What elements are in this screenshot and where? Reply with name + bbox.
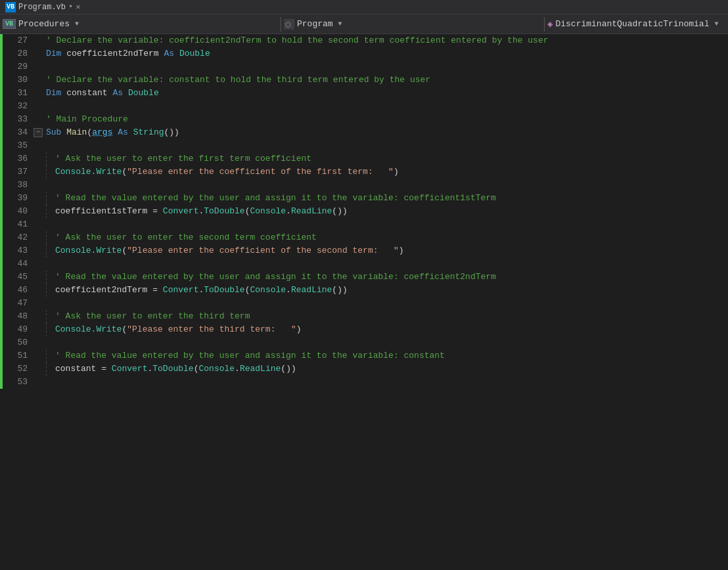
line-number: 28 (0, 47, 33, 60)
function-token: Main (66, 127, 87, 137)
indent-guide (46, 349, 55, 362)
code-content: constant = Convert.ToDouble(Console.Read… (43, 362, 728, 376)
indent-guide (46, 362, 55, 376)
gutter-indicator (0, 47, 3, 60)
method-token: ReadLine (291, 285, 332, 295)
procedures-label: Procedures (18, 19, 70, 29)
indent-guide (46, 152, 55, 165)
code-line: 38 (0, 179, 728, 192)
code-line: 28Dim coefficient2ndTerm As Double (0, 47, 728, 60)
line-number: 48 (0, 310, 33, 323)
comment-token: ' Read the value entered by the user and… (55, 351, 445, 361)
code-line: 34−Sub Main(args As String()) (0, 126, 728, 139)
plain-token: . (286, 285, 291, 295)
keyword-token: Dim (46, 49, 61, 58)
indent-guide (46, 323, 55, 336)
code-content: coefficient2ndTerm = Convert.ToDouble(Co… (43, 284, 728, 297)
line-number: 44 (0, 257, 33, 271)
whitespace-token (174, 49, 179, 58)
function-dropdown[interactable]: ◈ DiscriminantQuadraticTrinomial ▼ (545, 18, 728, 30)
line-number: 35 (0, 139, 33, 152)
function-label: DiscriminantQuadraticTrinomial (555, 19, 709, 29)
code-content: Dim coefficient2ndTerm As Double (43, 47, 728, 60)
gutter-indicator (0, 60, 3, 74)
function-arrow: ▼ (714, 20, 718, 28)
code-content: ' Read the value entered by the user and… (43, 271, 728, 284)
code-line: 32 (0, 100, 728, 113)
title-separator: • (68, 3, 73, 12)
line-number: 30 (0, 74, 33, 87)
line-number: 32 (0, 100, 33, 113)
type-token: String (133, 127, 164, 137)
code-line: 49Console.Write("Please enter the third … (0, 323, 728, 336)
line-number: 47 (0, 297, 33, 310)
procedures-dropdown[interactable]: VB Procedures ▼ (0, 19, 281, 29)
type-token: Double (128, 88, 159, 98)
code-line: 36' Ask the user to enter the first term… (0, 152, 728, 165)
comment-token: ' Read the value entered by the user and… (55, 272, 496, 282)
code-line: 35 (0, 139, 728, 152)
code-editor[interactable]: 27' Declare the variable: coefficient2nd… (0, 34, 728, 570)
program-dropdown[interactable]: ⬡ Program ▼ (281, 19, 544, 30)
indent-guide (46, 271, 55, 284)
indent-guide (46, 231, 55, 244)
method-token: Console (250, 206, 286, 216)
gutter-indicator (0, 139, 3, 152)
code-line: 40coefficient1stTerm = Convert.ToDouble(… (0, 205, 728, 218)
comment-token: ' Ask the user to enter the second term … (55, 232, 317, 242)
code-line: 43Console.Write("Please enter the coeffi… (0, 244, 728, 257)
plain-token: ) (394, 167, 399, 177)
whitespace-token (123, 88, 128, 98)
string-token: "Please enter the coefficient of the fir… (127, 167, 394, 177)
plain-token: ( (245, 206, 250, 216)
method-token: ReadLine (240, 364, 281, 374)
plain-token: = (96, 364, 111, 374)
method-token: Console (250, 285, 286, 295)
method-token: ReadLine (291, 206, 332, 216)
code-content: ' Read the value entered by the user and… (43, 192, 728, 205)
indent-guide (46, 310, 55, 323)
code-line: 48' Ask the user to enter the third term (0, 310, 728, 323)
line-number: 41 (0, 218, 33, 231)
plain-token: = (147, 206, 162, 216)
code-content: Console.Write("Please enter the coeffici… (43, 165, 728, 179)
code-line: 27' Declare the variable: coefficient2nd… (0, 34, 728, 47)
code-content: ' Ask the user to enter the second term … (43, 231, 728, 244)
gutter-indicator (0, 152, 3, 165)
code-line: 31Dim constant As Double (0, 87, 728, 100)
indent-guide (46, 284, 55, 297)
identifier-token: coefficient2ndTerm (55, 285, 147, 295)
gutter-indicator (0, 179, 3, 192)
convert-token: Convert (163, 285, 199, 295)
gutter-indicator (0, 244, 3, 257)
code-content: ' Declare the variable: constant to hold… (43, 74, 728, 87)
code-content: ' Declare the variable: coefficient2ndTe… (43, 34, 728, 47)
collapse-button[interactable]: − (34, 128, 43, 137)
gutter-indicator (0, 74, 3, 87)
code-line: 33' Main Procedure (0, 113, 728, 126)
line-number: 51 (0, 349, 33, 362)
gutter-indicator (0, 297, 3, 310)
gutter-indicator (0, 271, 3, 284)
comment-token: ' Read the value entered by the user and… (55, 193, 496, 203)
function-icon: ◈ (547, 18, 553, 30)
method-token: ToDouble (204, 206, 244, 216)
gutter-indicator (0, 192, 3, 205)
code-content: ' Ask the user to enter the first term c… (43, 152, 728, 165)
gutter-indicator (0, 218, 3, 231)
code-line: 50 (0, 336, 728, 349)
filename-label: Program.vb (18, 3, 66, 12)
code-content: Console.Write("Please enter the coeffici… (43, 244, 728, 257)
string-token: "Please enter the third term: " (127, 324, 296, 334)
line-number: 52 (0, 362, 33, 376)
program-arrow: ▼ (338, 20, 342, 28)
gutter-indicator (0, 34, 3, 47)
title-close[interactable]: ✕ (76, 2, 80, 12)
keyword-token: Dim (46, 88, 61, 98)
indent-guide (46, 205, 55, 218)
code-content: Console.Write("Please enter the third te… (43, 323, 728, 336)
identifier-token: constant (55, 364, 96, 374)
code-line: 37Console.Write("Please enter the coeffi… (0, 165, 728, 179)
toolbar: VB Procedures ▼ ⬡ Program ▼ ◈ Discrimina… (0, 14, 728, 34)
procedures-arrow: ▼ (75, 20, 79, 28)
